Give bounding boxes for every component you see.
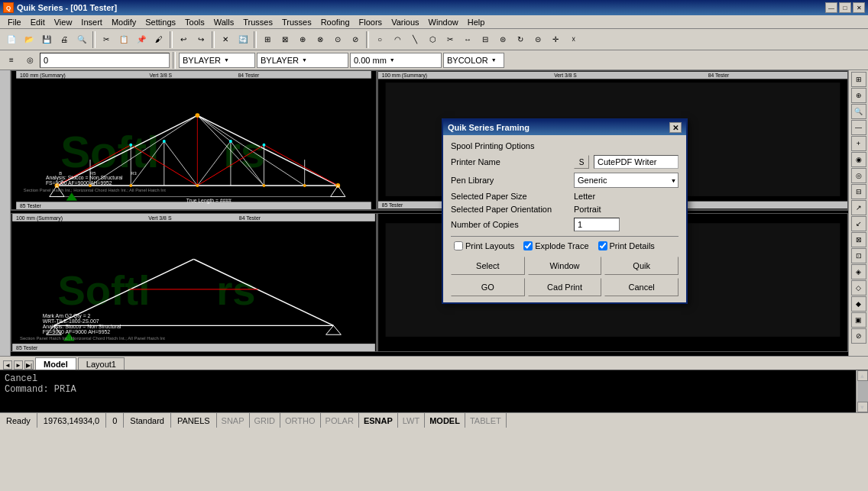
dialog: Quik Series Framing ✕ Spool Printing Opt…	[442, 118, 688, 304]
pen-library-label: Pen Library	[451, 176, 569, 185]
dialog-titlebar: Quik Series Framing ✕	[443, 120, 686, 135]
quik-button[interactable]: Quik	[604, 257, 679, 275]
paper-orientation-value: Portrait	[574, 205, 679, 214]
print-layouts-checkbox[interactable]	[454, 241, 463, 250]
cancel-dialog-button[interactable]: Cancel	[604, 278, 679, 296]
pen-library-select[interactable]: Generic ▼	[574, 173, 679, 188]
num-copies-row: Number of Copies	[451, 218, 679, 231]
paper-size-label: Selected Paper Size	[451, 192, 569, 201]
explode-trace-checkbox[interactable]	[523, 241, 533, 250]
print-details-checkbox-item: Print Details	[598, 241, 655, 250]
select-button[interactable]: Select	[451, 257, 525, 275]
dialog-section-label: Spool Printing Options	[451, 141, 679, 150]
go-button[interactable]: GO	[451, 278, 525, 296]
print-layouts-label: Print Layouts	[465, 241, 514, 250]
dialog-close-button[interactable]: ✕	[669, 122, 682, 133]
pen-library-chevron-icon: ▼	[671, 178, 676, 183]
dialog-title: Quik Series Framing	[448, 123, 530, 132]
num-copies-label: Number of Copies	[451, 220, 569, 229]
window-button[interactable]: Window	[528, 257, 602, 275]
printer-name-row: Printer Name S CutePDF Writer	[451, 155, 679, 169]
print-details-label: Print Details	[610, 241, 655, 250]
dialog-overlay: Quik Series Framing ✕ Spool Printing Opt…	[0, 0, 868, 491]
paper-orientation-row: Selected Paper Orientation Portrait	[451, 205, 679, 214]
explode-trace-label: Explode Trace	[535, 241, 588, 250]
cad-print-button[interactable]: Cad Print	[528, 278, 602, 296]
dialog-buttons-row2: GO Cad Print Cancel	[451, 278, 679, 296]
dialog-buttons-row1: Select Window Quik	[451, 257, 679, 275]
printer-name-label: Printer Name	[451, 157, 569, 166]
paper-size-row: Selected Paper Size Letter	[451, 192, 679, 201]
pen-library-row: Pen Library Generic ▼	[451, 173, 679, 188]
dialog-body: Spool Printing Options Printer Name S Cu…	[443, 135, 686, 302]
printer-icon-button[interactable]: S	[574, 155, 589, 169]
printer-name-input[interactable]: CutePDF Writer	[594, 155, 679, 169]
paper-orientation-label: Selected Paper Orientation	[451, 205, 569, 214]
paper-size-value: Letter	[574, 192, 679, 201]
checkboxes-row: Print Layouts Explode Trace Print Detail…	[451, 241, 679, 250]
print-details-checkbox[interactable]	[598, 241, 607, 250]
dialog-divider	[451, 236, 679, 237]
num-copies-input[interactable]	[574, 218, 620, 231]
print-layouts-checkbox-item: Print Layouts	[454, 241, 514, 250]
explode-trace-checkbox-item: Explode Trace	[523, 241, 588, 250]
